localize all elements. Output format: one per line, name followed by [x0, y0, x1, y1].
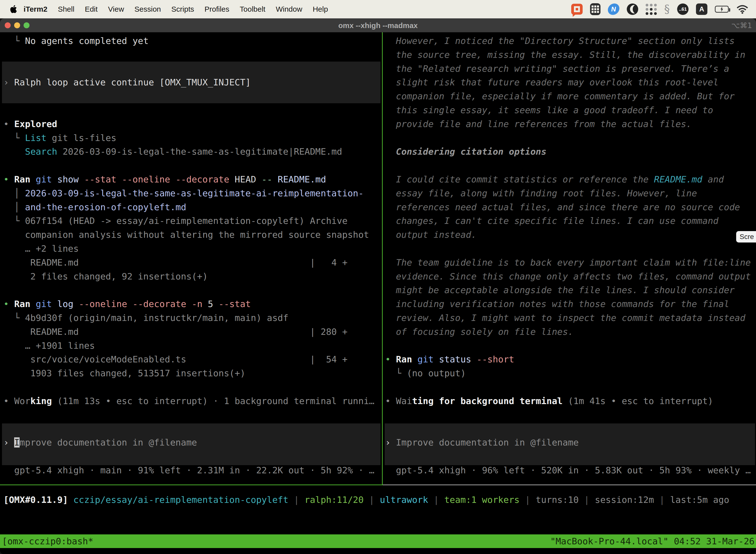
terminal-row: src/voice/voiceModeEnabled.ts | 54 + — [3, 352, 382, 366]
terminal-row: gpt-5.4 xhigh · main · 91% left · 2.31M … — [3, 463, 382, 477]
terminal-row: essay file, along with finding root file… — [385, 186, 756, 200]
apple-logo-icon[interactable] — [10, 4, 18, 14]
terminal-row: › Improve documentation in @filename — [385, 436, 756, 449]
terminal-row: companion file, especially if more comme… — [385, 89, 756, 103]
terminal-row — [385, 422, 756, 436]
terminal-row: └ (no output) — [385, 366, 756, 380]
terminal-row: review. Also, I might want to inspect th… — [385, 311, 756, 325]
dots-grid-icon[interactable] — [646, 4, 657, 15]
terminal-row: including verification notes with those … — [385, 297, 756, 311]
tmux-status-bar: [omx-cczip0:bash* "MacBook-Pro-44.local"… — [0, 535, 756, 548]
terminal-row: └ 4b9d30f (origin/main, instructkr/main,… — [3, 311, 382, 325]
terminal-row: Considering citation options — [385, 145, 756, 159]
terminal-row: references need actual files, and since … — [385, 200, 756, 214]
chat-icon[interactable] — [571, 4, 583, 15]
terminal-row: provide file and line references from th… — [385, 117, 756, 131]
terminal-row: companion analysis without altering the … — [3, 228, 382, 242]
terminal-row — [385, 242, 756, 256]
terminal-row — [385, 449, 756, 463]
terminal-row: the source tree, missing the essay. Stil… — [385, 48, 756, 62]
terminal-row: • Working (11m 13s • esc to interrupt) ·… — [3, 394, 382, 408]
wifi-icon[interactable] — [736, 4, 749, 14]
screen-share-button[interactable]: Scre — [736, 231, 756, 242]
menu-help[interactable]: Help — [308, 5, 333, 13]
terminal-row: › Ralph loop active continue [OMX_TMUX_I… — [3, 75, 382, 89]
terminal-row: │ and-the-erosion-of-copyleft.md — [3, 200, 382, 214]
right-pane-border — [383, 485, 756, 485]
terminal-row — [385, 408, 756, 422]
terminal-row: └ 067f154 (HEAD -> essay/ai-reimplementa… — [3, 214, 382, 228]
menu-scripts[interactable]: Scripts — [166, 5, 199, 13]
terminal-row: [OMX#0.11.9] cczip/essay/ai-reimplementa… — [3, 493, 729, 507]
battery-icon[interactable] — [715, 6, 729, 13]
menu-bar: iTerm2ShellEditViewSessionScriptsProfile… — [0, 0, 756, 18]
left-pane[interactable]: └ No agents completed yet › Ralph loop a… — [0, 34, 382, 485]
terminal-row: • Explored — [3, 117, 382, 131]
right-pane[interactable]: However, I noticed the "Directory Struct… — [383, 34, 756, 485]
terminal-content: └ No agents completed yet › Ralph loop a… — [0, 32, 756, 535]
terminal-row — [3, 103, 382, 117]
terminal-row: this single essay, it seems like a good … — [385, 103, 756, 117]
terminal-row: the "Related research writing" section i… — [385, 62, 756, 76]
menu-edit[interactable]: Edit — [80, 5, 103, 13]
menu-profiles[interactable]: Profiles — [199, 5, 234, 13]
terminal-row: However, I noticed the "Directory Struct… — [385, 34, 756, 48]
squiggle-icon[interactable]: § — [664, 4, 670, 15]
terminal-row — [3, 422, 382, 436]
terminal-row — [3, 48, 382, 62]
terminal-row: README.md | 280 + — [3, 325, 382, 339]
terminal-row — [3, 408, 382, 422]
menu-shell[interactable]: Shell — [53, 5, 80, 13]
left-pane-border — [0, 485, 382, 485]
terminal-row: README.md | 4 + — [3, 256, 382, 270]
menu-view[interactable]: View — [103, 5, 129, 13]
terminal-row: I could cite commit statistics or refere… — [385, 172, 756, 186]
contrast-pie-icon[interactable] — [627, 3, 638, 15]
terminal-row — [385, 339, 756, 353]
app-grid-shield-icon[interactable] — [590, 3, 601, 15]
window-title: omx --xhigh --madmax — [0, 18, 756, 32]
terminal-row — [3, 62, 382, 76]
pane-divider[interactable] — [382, 32, 383, 485]
window-shortcut: ⌥⌘1 — [731, 18, 752, 32]
terminal-row: changes, I can't cite specific file line… — [385, 214, 756, 228]
terminal-window: omx --xhigh --madmax ⌥⌘1 └ No agents com… — [0, 18, 756, 554]
menu-window[interactable]: Window — [271, 5, 308, 13]
terminal-row: • Ran git log --oneline --decorate -n 5 … — [3, 297, 382, 311]
terminal-row: of focusing solely on file lines. — [385, 325, 756, 339]
terminal-row: 2 files changed, 92 insertions(+) — [3, 270, 382, 283]
terminal-row: … +1901 lines — [3, 339, 382, 353]
terminal-row: Search 2026-03-09-is-legal-the-same-as-l… — [3, 145, 382, 159]
terminal-row: └ No agents completed yet — [3, 34, 382, 48]
tmux-session-label: [omx-cczip0:bash* — [0, 536, 93, 546]
title-bar: omx --xhigh --madmax ⌥⌘1 — [0, 18, 756, 32]
terminal-row — [3, 283, 382, 297]
tmux-host-clock: "MacBook-Pro-44.local" 04:52 31-Mar-26 — [550, 536, 756, 546]
menu-iterm2[interactable]: iTerm2 — [18, 5, 53, 13]
terminal-row: • Ran git status --short — [385, 352, 756, 366]
omx-status-line: [OMX#0.11.9] cczip/essay/ai-reimplementa… — [3, 493, 729, 507]
terminal-row: 1903 files changed, 513517 insertions(+) — [3, 366, 382, 380]
verified-badge-icon[interactable]: N — [607, 3, 620, 15]
usage-badge-icon[interactable]: ..61 — [677, 3, 689, 15]
terminal-row — [385, 380, 756, 394]
menu-session[interactable]: Session — [129, 5, 166, 13]
terminal-row — [385, 131, 756, 145]
terminal-row: gpt-5.4 xhigh · 96% left · 520K in · 5.8… — [385, 463, 756, 477]
input-source-icon[interactable]: A — [696, 3, 707, 15]
terminal-row: │ 2026-03-09-is-legal-the-same-as-legiti… — [3, 186, 382, 200]
terminal-row: output instead. — [385, 228, 756, 242]
terminal-row — [3, 159, 382, 172]
terminal-row: might be acceptable alongside the file l… — [385, 283, 756, 297]
terminal-row: › Improve documentation in @filename — [3, 436, 382, 449]
menu-toolbelt[interactable]: Toolbelt — [235, 5, 271, 13]
terminal-row: └ List git ls-files — [3, 131, 382, 145]
terminal-row: • Waiting for background terminal (1m 41… — [385, 394, 756, 408]
terminal-row: • Ran git show --stat --oneline --decora… — [3, 172, 382, 186]
terminal-row — [3, 449, 382, 463]
terminal-row: evidence. Since this change only affects… — [385, 270, 756, 283]
terminal-row: The team guideline is to back every impo… — [385, 256, 756, 270]
terminal-row — [3, 380, 382, 394]
terminal-row: slight risk that future readers may over… — [385, 75, 756, 89]
terminal-row — [385, 159, 756, 172]
